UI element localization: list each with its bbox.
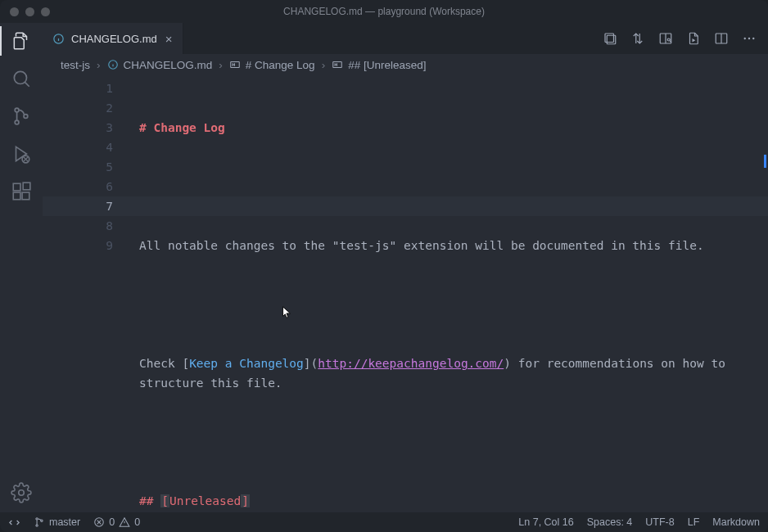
settings-gear-icon[interactable] — [10, 481, 33, 504]
svg-point-2 — [15, 108, 19, 112]
activity-bar — [0, 23, 43, 512]
svg-point-31 — [36, 525, 38, 526]
svg-rect-14 — [605, 34, 614, 43]
file-info-icon — [52, 33, 65, 45]
breadcrumbs[interactable]: test-js › CHANGELOG.md › # Change Log › … — [43, 54, 768, 75]
svg-line-1 — [25, 82, 29, 86]
line-number: 1 — [43, 79, 113, 98]
source-control-icon[interactable] — [10, 105, 33, 128]
breadcrumb-h1[interactable]: # Change Log — [246, 59, 315, 71]
svg-point-10 — [19, 490, 25, 496]
svg-rect-29 — [333, 62, 342, 68]
extensions-icon[interactable] — [10, 180, 33, 203]
window-title: CHANGELOG.md — playground (Workspace) — [0, 6, 768, 17]
encoding-status[interactable]: UTF-8 — [645, 516, 674, 528]
window-controls — [0, 7, 50, 16]
breadcrumb-h2[interactable]: ## [Unreleased] — [348, 59, 426, 71]
cursor-position[interactable]: Ln 7, Col 16 — [518, 516, 573, 528]
compare-icon[interactable] — [630, 31, 645, 46]
svg-point-24 — [752, 38, 754, 39]
svg-rect-15 — [607, 35, 616, 44]
eol-status[interactable]: LF — [688, 516, 700, 528]
breadcrumb-file[interactable]: CHANGELOG.md — [124, 59, 213, 71]
chevron-right-icon: › — [97, 59, 101, 71]
svg-rect-8 — [22, 192, 29, 200]
svg-rect-28 — [231, 62, 240, 68]
traffic-light-close[interactable] — [10, 7, 19, 16]
error-count: 0 — [109, 516, 115, 528]
editor-actions — [603, 23, 768, 54]
split-editor-icon[interactable] — [714, 31, 729, 46]
svg-point-22 — [744, 38, 746, 39]
problems-status[interactable]: 0 0 — [93, 516, 140, 528]
tab-label: CHANGELOG.md — [71, 33, 157, 45]
traffic-light-zoom[interactable] — [41, 7, 50, 16]
svg-point-0 — [14, 71, 26, 83]
line-number: 7 — [43, 196, 113, 216]
run-debug-icon[interactable] — [10, 142, 33, 165]
heading-icon — [229, 59, 241, 70]
traffic-light-minimize[interactable] — [25, 7, 34, 16]
titlebar: CHANGELOG.md — playground (Workspace) — [0, 0, 768, 23]
svg-point-3 — [15, 120, 19, 124]
code-content[interactable]: # Change Log All notable changes to the … — [139, 79, 752, 512]
md-heading: # Change Log — [139, 121, 225, 134]
svg-point-4 — [24, 115, 28, 119]
git-branch-status[interactable]: master — [34, 516, 80, 528]
language-mode[interactable]: Markdown — [712, 516, 760, 528]
md-link-url[interactable]: http://keepachangelog.com/ — [318, 357, 504, 370]
file-info-icon — [107, 59, 119, 70]
line-number-gutter: 1 2 3 4 5 6 7 8 9 — [43, 79, 133, 255]
indentation-status[interactable]: Spaces: 4 — [587, 516, 633, 528]
text-editor[interactable]: 1 2 3 4 5 6 7 8 9 # Change Log All notab… — [43, 75, 768, 512]
heading-icon — [332, 59, 343, 70]
status-bar: master 0 0 Ln 7, Col 16 Spaces: 4 UTF-8 … — [0, 512, 768, 532]
editor-group: CHANGELOG.md × test-js › CHANGELOG.md › … — [43, 23, 768, 512]
more-actions-icon[interactable] — [742, 31, 757, 46]
md-heading: ## [Unreleased] — [139, 491, 752, 511]
svg-point-30 — [36, 518, 38, 520]
md-text: Check [Keep a Changelog](http://keepacha… — [139, 354, 752, 393]
line-number: 8 — [43, 216, 113, 236]
chevron-right-icon: › — [219, 59, 223, 71]
svg-rect-6 — [13, 183, 20, 191]
line-number: 4 — [43, 138, 113, 157]
chevron-right-icon: › — [322, 59, 326, 71]
svg-rect-7 — [13, 192, 20, 200]
md-text: All notable changes to the "test-js" ext… — [139, 236, 752, 255]
line-number: 6 — [43, 177, 113, 196]
minimap[interactable] — [758, 77, 766, 241]
tabs-row: CHANGELOG.md × — [43, 23, 768, 54]
svg-rect-9 — [23, 183, 30, 190]
line-number: 2 — [43, 98, 113, 118]
search-icon[interactable] — [10, 67, 33, 90]
line-number: 3 — [43, 118, 113, 138]
svg-point-18 — [667, 38, 670, 41]
line-number: 9 — [43, 236, 113, 255]
breadcrumb-folder[interactable]: test-js — [61, 59, 90, 71]
open-preview-icon[interactable] — [658, 31, 673, 46]
tab-changelog[interactable]: CHANGELOG.md × — [43, 23, 183, 54]
line-number: 5 — [43, 157, 113, 177]
warning-count: 0 — [134, 516, 140, 528]
svg-point-23 — [748, 38, 750, 39]
explorer-icon[interactable] — [10, 29, 33, 52]
open-changes-icon[interactable] — [603, 31, 617, 46]
run-file-icon[interactable] — [686, 31, 701, 46]
tab-close-icon[interactable]: × — [165, 32, 173, 46]
branch-name: master — [49, 516, 80, 528]
remote-indicator[interactable] — [8, 516, 20, 529]
